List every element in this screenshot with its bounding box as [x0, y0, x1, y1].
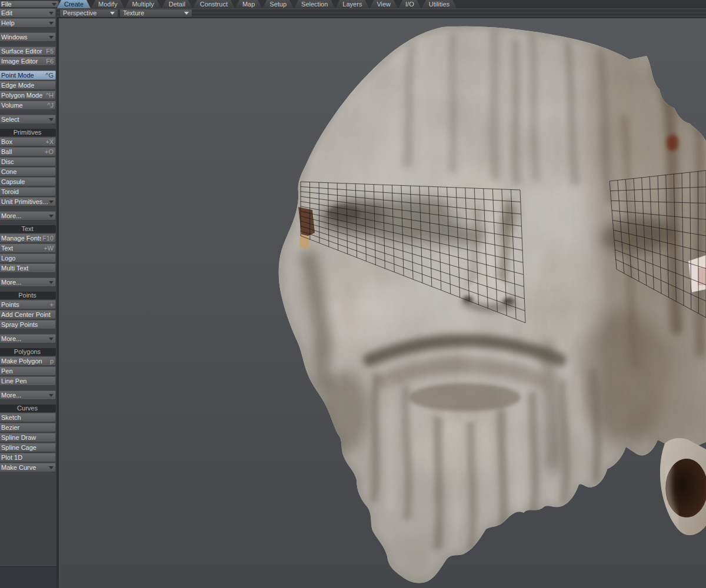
tab-utilities[interactable]: Utilities: [422, 0, 457, 8]
sidebar-item-label: Multi Text: [1, 263, 54, 273]
sidebar-item-help[interactable]: Help: [0, 18, 56, 28]
section-header-polygons: Polygons: [0, 348, 56, 356]
sidebar-group-gap: [0, 273, 56, 278]
perspective-viewport[interactable]: [56, 18, 706, 588]
sidebar-item-more[interactable]: More...: [0, 211, 56, 220]
sidebar-item-disc[interactable]: Disc: [0, 157, 56, 166]
sidebar-item-multi-text[interactable]: Multi Text: [0, 263, 56, 273]
sidebar-item-label: Image Editor: [1, 56, 45, 66]
sidebar-item-label: Pen: [1, 366, 54, 376]
sidebar-item-image-editor[interactable]: Image EditorF6: [0, 56, 56, 66]
tab-selection[interactable]: Selection: [294, 0, 335, 8]
shading-mode-dropdown[interactable]: Texture: [119, 9, 192, 18]
tab-map[interactable]: Map: [235, 0, 262, 8]
sidebar-item-toroid[interactable]: Toroid: [0, 187, 56, 196]
menu-tab-bar: File CreateModifyMultiplyDetailConstruct…: [0, 0, 706, 8]
sidebar-item-unit-primitives[interactable]: Unit Primitives...: [0, 197, 56, 206]
sidebar-group-gap: [0, 28, 56, 32]
file-menu-button[interactable]: File: [0, 1, 59, 8]
sidebar-item-label: Box: [1, 137, 44, 146]
tool-sidebar-list: EditHelpWindowsSurface EditorF5Image Edi…: [0, 8, 56, 473]
shortcut-label: ^J: [47, 101, 54, 110]
sidebar-item-sketch[interactable]: Sketch: [0, 413, 56, 422]
dropdown-arrow-icon: [49, 394, 54, 397]
tab-setup[interactable]: Setup: [262, 0, 294, 8]
sidebar-item-label: Bezier: [1, 423, 54, 432]
sidebar-item-label: Toroid: [1, 187, 54, 196]
tab-view[interactable]: View: [369, 0, 398, 8]
sidebar-item-bezier[interactable]: Bezier: [0, 423, 56, 432]
shortcut-label: F10: [42, 233, 54, 243]
sidebar-item-spray-points[interactable]: Spray Points: [0, 320, 56, 329]
tab-i-o[interactable]: I/O: [398, 0, 421, 8]
sidebar-group-gap: [0, 386, 56, 390]
sidebar-item-more[interactable]: More...: [0, 334, 56, 343]
sidebar-group-gap: [0, 125, 56, 129]
shortcut-label: p: [50, 356, 54, 366]
sidebar-item-make-polygon[interactable]: Make Polygonp: [0, 356, 56, 366]
sidebar-group-gap: [0, 344, 56, 348]
tab-detail[interactable]: Detail: [162, 0, 192, 8]
statue-model[interactable]: [279, 26, 706, 583]
sidebar-item-more[interactable]: More...: [0, 278, 56, 287]
sidebar-item-add-center-point[interactable]: Add Center Point: [0, 310, 56, 319]
sidebar-item-label: More...: [1, 211, 49, 220]
sidebar-item-capsule[interactable]: Capsule: [0, 177, 56, 186]
sidebar-group-gap: [0, 221, 56, 225]
sidebar-item-label: Sketch: [1, 413, 54, 422]
sidebar-item-select[interactable]: Select: [0, 115, 56, 124]
tab-multiply[interactable]: Multiply: [125, 0, 161, 8]
sidebar-item-windows[interactable]: Windows: [0, 32, 56, 42]
sidebar-item-pen[interactable]: Pen: [0, 366, 56, 376]
dropdown-arrow-icon: [49, 215, 54, 218]
sidebar-item-box[interactable]: Box+X: [0, 137, 56, 146]
dropdown-arrow-icon: [49, 281, 54, 284]
sidebar-item-label: Edge Mode: [1, 81, 54, 90]
sidebar-item-label: Cone: [1, 167, 54, 176]
sidebar-item-line-pen[interactable]: Line Pen: [0, 376, 56, 386]
sidebar-group-gap: [0, 288, 56, 292]
sidebar-item-spline-cage[interactable]: Spline Cage: [0, 443, 56, 452]
tab-create[interactable]: Create: [57, 0, 91, 8]
dropdown-arrow-icon: [49, 22, 54, 25]
sidebar-item-edge-mode[interactable]: Edge Mode: [0, 81, 56, 90]
tab-strip: CreateModifyMultiplyDetailConstructMapSe…: [57, 0, 457, 8]
tab-layers[interactable]: Layers: [335, 0, 369, 8]
sidebar-group-gap: [0, 111, 56, 115]
dropdown-arrow-icon: [49, 466, 54, 469]
sidebar-item-volume[interactable]: Volume^J: [0, 101, 56, 110]
sidebar-item-ball[interactable]: Ball+O: [0, 147, 56, 156]
sidebar-item-label: Manage Fonts: [1, 233, 41, 243]
sidebar-item-text[interactable]: Text+W: [0, 243, 56, 253]
tab-modify[interactable]: Modify: [91, 0, 124, 8]
sidebar-item-spline-draw[interactable]: Spline Draw: [0, 433, 56, 442]
section-header-points: Points: [0, 292, 56, 299]
tool-sidebar: EditHelpWindowsSurface EditorF5Image Edi…: [0, 8, 56, 588]
sidebar-item-label: Logo: [1, 253, 54, 263]
sidebar-item-polygon-mode[interactable]: Polygon Mode^H: [0, 91, 56, 100]
sidebar-item-cone[interactable]: Cone: [0, 167, 56, 176]
sidebar-item-logo[interactable]: Logo: [0, 253, 56, 263]
sidebar-bottom-panel: [0, 566, 56, 588]
sidebar-item-label: Disc: [1, 157, 54, 166]
sidebar-item-plot-1d[interactable]: Plot 1D: [0, 453, 56, 462]
viewport-canvas[interactable]: [59, 18, 706, 588]
sidebar-item-points[interactable]: Points+: [0, 300, 56, 309]
dropdown-arrow-icon: [49, 201, 54, 203]
statue-ear-fragment: [660, 438, 706, 535]
sidebar-item-more[interactable]: More...: [0, 390, 56, 400]
sidebar-item-label: Unit Primitives...: [1, 197, 49, 206]
sidebar-item-surface-editor[interactable]: Surface EditorF5: [0, 46, 56, 56]
sidebar-item-label: Polygon Mode: [1, 91, 45, 100]
dropdown-arrow-icon: [184, 12, 189, 15]
sidebar-item-point-mode[interactable]: Point Mode^G: [0, 71, 56, 80]
sidebar-item-make-curve[interactable]: Make Curve: [0, 463, 56, 472]
sidebar-item-label: Spline Cage: [1, 443, 54, 452]
tab-construct[interactable]: Construct: [193, 0, 235, 8]
view-mode-dropdown[interactable]: Perspective: [59, 9, 118, 18]
sidebar-item-label: More...: [1, 278, 49, 287]
sidebar-item-edit[interactable]: Edit: [0, 8, 56, 18]
sidebar-item-manage-fonts[interactable]: Manage FontsF10: [0, 233, 56, 243]
sidebar-item-label: Make Polygon: [1, 356, 49, 366]
sidebar-item-label: Capsule: [1, 177, 54, 186]
